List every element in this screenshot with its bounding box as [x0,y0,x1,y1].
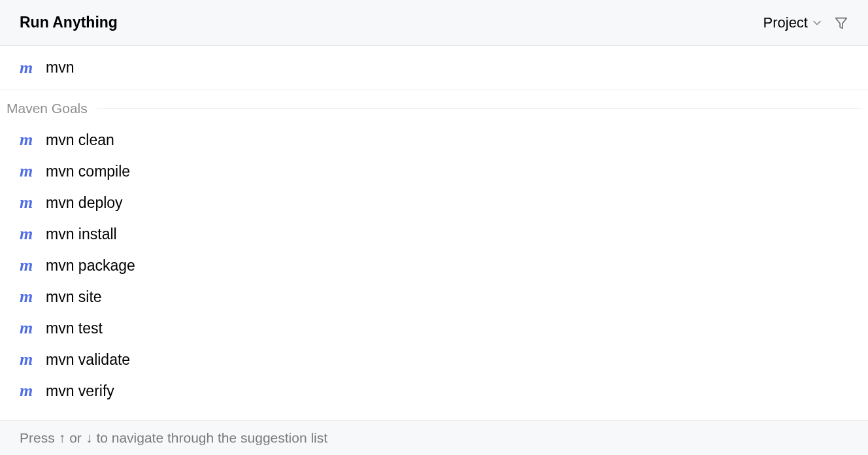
list-item[interactable]: m mvn site [0,281,868,312]
maven-icon: m [20,382,38,399]
result-label: mvn validate [46,351,130,369]
arrow-down-icon: ↓ [86,430,93,446]
footer-text-mid: or [69,430,82,446]
maven-icon: m [20,288,38,305]
arrow-up-icon: ↑ [59,430,66,446]
chevron-down-icon [812,18,822,28]
search-row: m [0,46,868,90]
list-item[interactable]: m mvn compile [0,156,868,187]
maven-icon: m [20,320,38,337]
scope-label: Project [763,14,808,31]
maven-icon: m [20,226,38,243]
maven-icon: m [20,351,38,368]
result-label: mvn verify [46,382,114,400]
maven-icon: m [20,131,38,148]
footer-text-suffix: to navigate through the suggestion list [96,430,327,446]
result-label: mvn compile [46,163,130,180]
list-item[interactable]: m mvn package [0,250,868,281]
result-label: mvn install [46,226,117,243]
list-item[interactable]: m mvn validate [0,344,868,375]
scope-selector[interactable]: Project [763,14,822,31]
list-item[interactable]: m mvn install [0,218,868,250]
footer-text-prefix: Press [20,430,55,446]
section-header: Maven Goals [0,90,868,122]
result-label: mvn test [46,320,103,337]
list-item[interactable]: m mvn test [0,312,868,344]
header-controls: Project [763,14,848,31]
list-item[interactable]: m mvn verify [0,375,868,407]
list-item[interactable]: m mvn deploy [0,187,868,218]
section-label: Maven Goals [7,101,88,116]
maven-icon: m [20,163,38,180]
dialog-header: Run Anything Project [0,0,868,46]
footer-hint: Press ↑ or ↓ to navigate through the sug… [0,420,868,455]
search-input[interactable] [46,59,848,76]
results-list: m mvn clean m mvn compile m mvn deploy m… [0,122,868,420]
result-label: mvn deploy [46,194,123,212]
section-divider [97,109,861,109]
filter-icon[interactable] [834,16,848,30]
maven-icon: m [20,257,38,274]
result-label: mvn site [46,288,102,306]
list-item[interactable]: m mvn clean [0,124,868,156]
result-label: mvn package [46,257,135,275]
maven-icon: m [20,59,38,76]
result-label: mvn clean [46,131,114,149]
maven-icon: m [20,194,38,211]
dialog-title: Run Anything [20,14,118,31]
